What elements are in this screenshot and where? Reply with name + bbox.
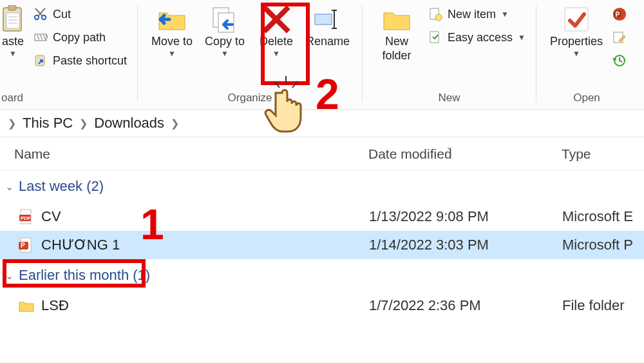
shortcut-icon <box>33 54 48 68</box>
file-name: LSĐ <box>41 297 69 314</box>
copy-to-button[interactable]: Copy to ▼ <box>198 0 251 58</box>
open-group-label: Open <box>544 90 629 106</box>
rename-label: Rename <box>306 35 350 49</box>
properties-icon <box>561 4 592 35</box>
group-last-week[interactable]: ⌄ Last week (2) <box>0 170 644 202</box>
chevron-right-icon: ❯ <box>171 117 179 130</box>
move-to-button[interactable]: Move to ▼ <box>146 0 198 58</box>
copy-to-icon <box>209 4 240 35</box>
ribbon: aste ▼ Cut \\\\.. Copy path <box>0 0 644 110</box>
easy-access-button[interactable]: Easy access ▼ <box>426 27 528 48</box>
move-to-label: Move to <box>151 35 193 49</box>
breadcrumb[interactable]: ❯ This PC ❯ Downloads ❯ <box>0 110 644 137</box>
column-header: Name Date modified ⌄ Type <box>0 137 644 170</box>
ribbon-group-new: New folder New item ▼ Easy access ▼ <box>366 0 532 109</box>
paste-label: aste <box>2 35 24 49</box>
file-list: ⌄ Last week (2) PDF CV 1/13/2022 9:08 PM… <box>0 170 644 320</box>
pdf-icon: PDF <box>18 208 35 225</box>
history-button[interactable] <box>610 50 629 71</box>
file-type: Microsoft E <box>562 208 644 225</box>
copy-path-label: Copy path <box>53 31 106 44</box>
svg-text:P: P <box>616 11 620 18</box>
folder-icon <box>18 297 35 314</box>
col-type[interactable]: Type <box>562 146 644 162</box>
ribbon-group-organize: Move to ▼ Copy to ▼ Delete ▼ <box>142 0 358 109</box>
copy-to-label: Copy to <box>205 35 245 49</box>
folder-icon <box>381 4 412 35</box>
paste-shortcut-label: Paste shortcut <box>53 54 127 68</box>
ppt-icon: P <box>18 237 35 253</box>
separator <box>137 5 138 102</box>
crumb-this-pc[interactable]: This PC <box>23 115 73 132</box>
clipboard-icon <box>0 4 28 35</box>
delete-button[interactable]: Delete ▼ <box>251 0 301 58</box>
chevron-down-icon: ⌄ <box>5 270 14 282</box>
separator <box>362 5 363 102</box>
sort-indicator-icon: ⌄ <box>446 141 453 152</box>
chevron-down-icon: ▼ <box>9 49 17 58</box>
rename-button[interactable]: Rename <box>301 0 354 49</box>
svg-rect-2 <box>6 13 19 28</box>
powerpoint-icon: P <box>612 7 627 21</box>
file-date: 1/7/2022 2:36 PM <box>369 297 562 314</box>
chevron-down-icon: ▼ <box>272 49 280 58</box>
delete-label: Delete <box>260 35 293 49</box>
file-date: 1/14/2022 3:03 PM <box>369 237 562 253</box>
chevron-down-icon: ▼ <box>221 49 229 58</box>
ribbon-group-open: Properties ▼ P <box>540 0 633 109</box>
new-folder-label: New folder <box>373 35 421 63</box>
file-type: File folder <box>562 297 644 314</box>
easy-access-label: Easy access <box>448 31 513 44</box>
file-row[interactable]: P CHƯƠNG 1 1/14/2022 3:03 PM Microsoft P <box>0 231 644 259</box>
clipboard-group-label: oard <box>0 90 129 106</box>
path-icon: \\\\.. <box>33 30 48 44</box>
group-label: Last week (2) <box>19 178 104 195</box>
easy-access-icon <box>428 30 442 44</box>
separator <box>536 5 536 102</box>
delete-x-icon <box>261 4 292 35</box>
chevron-down-icon: ▼ <box>573 49 580 58</box>
chevron-down-icon: ▼ <box>168 49 176 58</box>
new-item-button[interactable]: New item ▼ <box>426 4 528 25</box>
edit-icon <box>612 30 627 44</box>
edit-button[interactable] <box>610 27 629 48</box>
svg-text:PDF: PDF <box>21 215 31 221</box>
new-item-label: New item <box>448 8 496 21</box>
file-date: 1/13/2022 9:08 PM <box>369 208 562 225</box>
move-to-icon <box>156 4 187 35</box>
crumb-downloads[interactable]: Downloads <box>94 115 164 132</box>
paste-shortcut-button[interactable]: Paste shortcut <box>31 50 129 71</box>
col-date[interactable]: Date modified ⌄ <box>368 146 562 162</box>
file-type: Microsoft P <box>562 237 644 253</box>
svg-point-22 <box>435 14 442 21</box>
new-folder-button[interactable]: New folder <box>370 0 423 63</box>
group-earlier-month[interactable]: ⌄ Earlier this month (1) <box>0 259 644 291</box>
chevron-down-icon: ⌄ <box>5 181 14 193</box>
history-icon <box>612 54 627 68</box>
col-name[interactable]: Name <box>14 146 368 162</box>
cut-label: Cut <box>53 8 71 21</box>
svg-rect-17 <box>315 14 332 25</box>
cut-button[interactable]: Cut <box>31 4 129 25</box>
file-row[interactable]: PDF CV 1/13/2022 9:08 PM Microsoft E <box>0 202 644 231</box>
chevron-down-icon: ▼ <box>518 33 526 42</box>
ribbon-group-clipboard: aste ▼ Cut \\\\.. Copy path <box>0 0 133 109</box>
chevron-right-icon: ❯ <box>79 117 88 130</box>
organize-group-label: Organize <box>146 90 354 106</box>
file-name: CV <box>41 208 61 225</box>
group-label: Earlier this month (1) <box>19 267 150 284</box>
properties-label: Properties <box>550 35 603 49</box>
open-powerpoint-button[interactable]: P <box>610 4 629 25</box>
svg-rect-1 <box>8 5 16 10</box>
file-row[interactable]: LSĐ 1/7/2022 2:36 PM File folder <box>0 291 644 320</box>
properties-button[interactable]: Properties ▼ <box>544 0 609 58</box>
new-item-icon <box>428 7 442 21</box>
new-group-label: New <box>370 90 528 106</box>
svg-rect-24 <box>565 8 588 31</box>
paste-button[interactable]: aste ▼ <box>0 0 26 58</box>
scissors-icon <box>33 7 48 21</box>
copy-path-button[interactable]: \\\\.. Copy path <box>31 27 129 48</box>
svg-text:\\\\..: \\\\.. <box>37 35 48 41</box>
rename-icon <box>312 4 343 35</box>
svg-text:P: P <box>21 242 25 249</box>
